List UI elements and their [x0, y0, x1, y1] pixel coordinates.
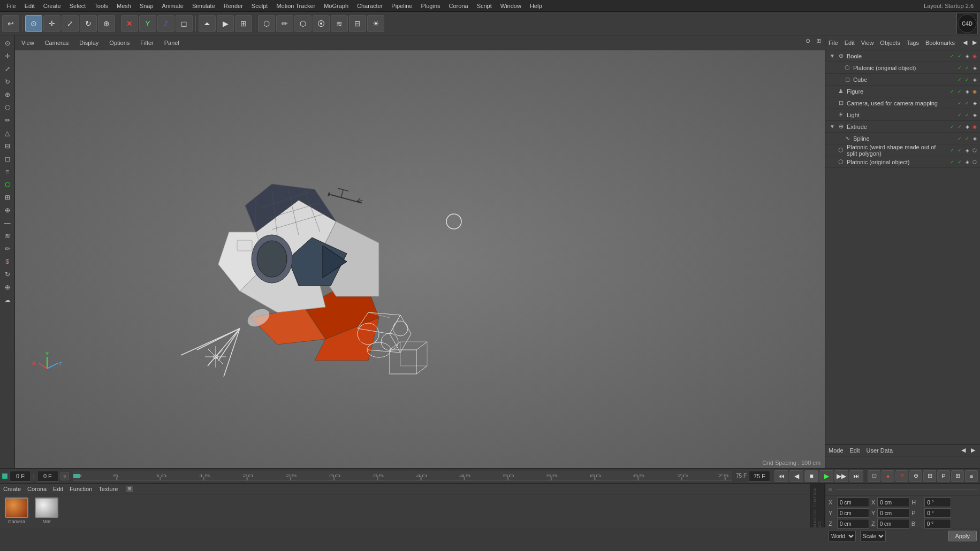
ez-coord-input[interactable]: [877, 519, 909, 529]
scale-dropdown[interactable]: Scale Size: [860, 531, 886, 541]
panel-arrow-right[interactable]: ▶: [971, 39, 978, 47]
fig-tag[interactable]: ◈: [964, 88, 970, 95]
rotate-tool[interactable]: ↻: [80, 15, 97, 32]
keyframe-btn[interactable]: ⊡: [868, 470, 880, 482]
menu-item-mograph[interactable]: MoGraph: [320, 2, 353, 10]
mograph-btn[interactable]: ≋: [331, 15, 348, 32]
z-coord-input[interactable]: [837, 519, 869, 529]
material-camera-swatch[interactable]: Camera: [3, 498, 30, 524]
rp-menu-view[interactable]: View: [861, 40, 874, 46]
tree-item-spline[interactable]: ∿ Spline ✓ ✓ ◈: [825, 133, 980, 144]
menu-item-pipeline[interactable]: Pipeline: [387, 2, 416, 10]
sidebar-tool-19[interactable]: ↻: [2, 269, 13, 280]
sidebar-dollar-tool[interactable]: $: [2, 256, 13, 267]
menu-item-select[interactable]: Select: [65, 2, 90, 10]
cube-vis[interactable]: ✓: [956, 76, 963, 83]
mat-edit[interactable]: Edit: [53, 486, 63, 492]
pw-render[interactable]: ✓: [956, 147, 963, 154]
tree-item-figure[interactable]: ♟ Figure ✓ ✓ ◈ ◉: [825, 86, 980, 97]
vp-menu-options[interactable]: Options: [106, 39, 133, 47]
camera-btn[interactable]: ⊟: [349, 15, 366, 32]
rp-menu-tags[interactable]: Tags: [907, 40, 919, 46]
render-to-picture-viewer-btn[interactable]: ⊞: [235, 15, 252, 32]
live-select-tool[interactable]: ⊙: [25, 15, 42, 32]
timeline-ruler[interactable]: 0 5 10 15 20 25 30 35 40 45 50: [73, 471, 732, 481]
menu-item-corona[interactable]: Corona: [445, 2, 473, 10]
p1-render[interactable]: ✓: [964, 65, 970, 71]
tree-item-extrude[interactable]: ▼ ⊕ Extrude ✓ ✓ ◈ ◉: [825, 121, 980, 133]
tree-item-light[interactable]: ☀ Light ✓ ✓ ◈: [825, 109, 980, 121]
attr-edit[interactable]: Edit: [850, 447, 860, 454]
pw-tag2[interactable]: ⬡: [971, 147, 978, 154]
vp-lock-icon[interactable]: ⊙: [803, 36, 812, 45]
tree-item-camera[interactable]: ⊡ Camera, used for camera mapping ✓ ✓ ◈: [825, 97, 980, 109]
menu-item-animate[interactable]: Animate: [158, 2, 188, 10]
rp-menu-objects[interactable]: Objects: [880, 40, 900, 46]
grid-btn[interactable]: ⊞: [951, 470, 964, 482]
mat-create[interactable]: Create: [3, 486, 21, 492]
mat-corona[interactable]: Corona: [27, 486, 47, 492]
sidebar-tool-14[interactable]: ⊕: [2, 204, 13, 216]
sidebar-move-tool[interactable]: ✛: [2, 50, 13, 62]
undo-button[interactable]: ↩: [2, 15, 19, 32]
vp-menu-panel[interactable]: Panel: [161, 39, 183, 47]
fig-render[interactable]: ✓: [956, 88, 963, 95]
cube-primitive-btn[interactable]: ⬡: [258, 15, 275, 32]
sidebar-tool-12[interactable]: ⬡: [2, 179, 13, 190]
x-coord-input[interactable]: [837, 498, 869, 507]
transform-tool[interactable]: ⊕: [98, 15, 115, 32]
rp-menu-file[interactable]: File: [829, 40, 838, 46]
mat-texture[interactable]: Texture: [98, 486, 118, 492]
menu-item-window[interactable]: Window: [496, 2, 526, 10]
render-region-btn[interactable]: ⏶: [199, 15, 216, 32]
frame-current-input[interactable]: [10, 471, 31, 481]
extrude-render[interactable]: ✓: [956, 124, 963, 130]
world-dropdown[interactable]: World Object: [829, 531, 856, 541]
object-mode-btn[interactable]: ◻: [176, 15, 193, 32]
panel-arrow-left[interactable]: ◀: [961, 39, 969, 47]
menu-item-mesh[interactable]: Mesh: [112, 2, 135, 10]
fig-tag2[interactable]: ◉: [971, 88, 978, 95]
sidebar-tool-21[interactable]: ☁: [2, 294, 13, 306]
sidebar-scale-tool[interactable]: ⤢: [2, 63, 13, 75]
sidebar-tool-16[interactable]: ≋: [2, 230, 13, 242]
po2-render[interactable]: ✓: [956, 159, 963, 165]
p1-vis[interactable]: ✓: [956, 65, 963, 71]
sidebar-tool-9[interactable]: ⊟: [2, 140, 13, 152]
scene-area[interactable]: Perspective: [15, 50, 825, 468]
menu-item-render[interactable]: Render: [219, 2, 247, 10]
fig-vis[interactable]: ✓: [949, 88, 955, 95]
rp-menu-bookmarks[interactable]: Bookmarks: [925, 40, 955, 46]
p1-tag[interactable]: ◈: [971, 65, 978, 71]
light-render[interactable]: ✓: [964, 112, 970, 118]
ey-coord-input[interactable]: [877, 508, 909, 518]
boole-vis[interactable]: ✓: [949, 53, 955, 59]
b-coord-input[interactable]: [924, 519, 951, 529]
spline-tag[interactable]: ◈: [971, 135, 978, 142]
tree-item-cube[interactable]: ◻ Cube ✓ ✓ ◈: [825, 74, 980, 86]
onion-btn[interactable]: P: [937, 470, 950, 482]
vp-menu-filter[interactable]: Filter: [137, 39, 156, 47]
extrude-tag[interactable]: ◈: [964, 124, 970, 130]
po2-tag2[interactable]: ⬡: [971, 159, 978, 165]
cam-render[interactable]: ✓: [964, 100, 970, 106]
move-tool[interactable]: ✛: [43, 15, 60, 32]
expand-boole[interactable]: ▼: [830, 53, 835, 59]
vp-menu-display[interactable]: Display: [76, 39, 102, 47]
menu-item-sculpt[interactable]: Sculpt: [247, 2, 272, 10]
play-forward-btn[interactable]: ▶: [819, 470, 833, 482]
attr-arrow-left[interactable]: ◀: [960, 447, 967, 454]
extrude-tag2[interactable]: ◉: [971, 124, 978, 130]
mat-panel-icon[interactable]: ⊞: [126, 486, 133, 492]
menu-item-file[interactable]: File: [2, 2, 20, 10]
apply-button[interactable]: Apply: [948, 531, 977, 541]
boole-tag2[interactable]: ◉: [971, 53, 978, 59]
light-tag[interactable]: ◈: [971, 112, 978, 118]
cam-tag[interactable]: ◈: [971, 100, 978, 106]
z-axis-btn[interactable]: Z: [157, 15, 174, 32]
sidebar-tool-20[interactable]: ⊕: [2, 281, 13, 293]
render-btn[interactable]: ▶: [217, 15, 234, 32]
record-btn[interactable]: ●: [882, 470, 894, 482]
scale-tool[interactable]: ⤢: [62, 15, 79, 32]
tree-item-platonic-weird[interactable]: ⬡ Platonic (weird shape made out of spli…: [825, 144, 980, 156]
